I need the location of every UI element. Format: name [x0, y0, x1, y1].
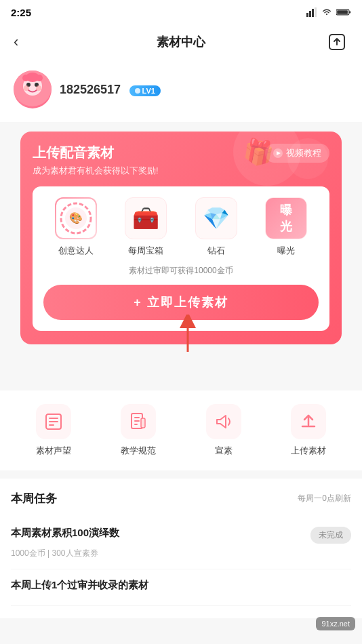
nav-item-upload[interactable]: 上传素材	[266, 404, 352, 457]
battery-icon	[336, 8, 351, 16]
weekly-header: 本周任务 每周一0点刷新	[11, 491, 351, 506]
nav-label-2: 宣素	[215, 445, 233, 457]
svg-rect-0	[306, 13, 308, 17]
upload-nav-icon	[291, 404, 326, 439]
svg-rect-31	[134, 424, 138, 425]
nav-label-1: 教学规范	[121, 445, 156, 457]
teaching-rules-icon	[121, 404, 156, 439]
coins-text: 素材过审即可获得10000金币	[43, 265, 319, 277]
svg-rect-26	[49, 421, 58, 422]
card-title: 上传配音素材	[33, 144, 159, 162]
svg-point-15	[22, 75, 29, 81]
nav-label-3: 上传素材	[291, 445, 326, 457]
rewards-grid: 🎨 创意达人 🧰 每周宝箱 💎 钻石	[43, 197, 319, 257]
reward-item-2: 💎 钻石	[184, 197, 249, 257]
svg-point-12	[24, 85, 29, 91]
status-icons	[306, 7, 351, 17]
card-title-row: 上传配音素材 成为素材君有机会获得以下奖励! 视频教程	[33, 144, 329, 177]
task-item-1: 本周上传1个过审并收录的素材	[11, 569, 351, 606]
svg-point-13	[36, 85, 41, 91]
upload-card: 🎁 上传配音素材 成为素材君有机会获得以下奖励! 视频教程	[20, 132, 342, 344]
task-header-1: 本周上传1个过审并收录的素材	[11, 579, 351, 592]
user-id: 182526517	[60, 83, 121, 96]
svg-text:🎨: 🎨	[69, 212, 83, 224]
material-prestige-icon	[36, 404, 71, 439]
task-status-0: 未完成	[310, 527, 351, 544]
task-rewards-0: 1000金币 | 300人宣素券	[11, 548, 351, 559]
reward-label-2: 钻石	[207, 245, 225, 257]
svg-rect-3	[315, 7, 317, 17]
svg-rect-1	[309, 11, 311, 17]
red-arrow-icon	[174, 315, 201, 352]
svg-rect-25	[49, 418, 58, 419]
nav-item-material-prestige[interactable]: 素材声望	[11, 404, 96, 457]
reward-item-3: 曝光 曝光	[254, 197, 319, 257]
promotion-icon	[206, 404, 241, 439]
nav-label-0: 素材声望	[36, 445, 71, 457]
header-upload-button[interactable]	[325, 31, 348, 54]
svg-rect-32	[141, 418, 145, 428]
task-item-0: 本周素材累积100演绎数 未完成 1000金币 | 300人宣素券	[11, 517, 351, 569]
gift-decoration: 🎁	[241, 136, 277, 169]
svg-rect-29	[134, 417, 140, 418]
rewards-section: 🎨 创意达人 🧰 每周宝箱 💎 钻石	[33, 186, 329, 331]
play-icon	[273, 148, 283, 158]
level-badge: LV1	[129, 85, 161, 96]
page-title: 素材中心	[157, 34, 205, 50]
reward-label-1: 每周宝箱	[128, 245, 163, 257]
reward-label-0: 创意达人	[58, 245, 94, 257]
upload-icon	[327, 33, 346, 52]
watermark: 91xz.net	[316, 617, 355, 630]
svg-point-17	[273, 148, 283, 158]
reward-label-3: 曝光	[277, 245, 295, 257]
task-header-0: 本周素材累积100演绎数 未完成	[11, 527, 351, 544]
status-bar: 2:25	[0, 0, 362, 24]
user-section: 182526517 LV1	[0, 60, 362, 122]
nav-item-promotion[interactable]: 宣素	[181, 404, 266, 457]
nav-icons-row: 素材声望 教学规范 宣素	[0, 390, 362, 470]
svg-rect-27	[49, 424, 54, 426]
tutorial-label: 视频教程	[286, 147, 321, 159]
reward-icon-2: 💎	[195, 197, 237, 239]
level-label: LV1	[142, 87, 155, 95]
nav-item-teaching-rules[interactable]: 教学规范	[96, 404, 182, 457]
weekly-title: 本周任务	[11, 491, 57, 506]
sim-icon	[306, 7, 317, 17]
svg-point-16	[36, 75, 43, 81]
avatar-emoji	[14, 71, 52, 108]
weekly-tasks-section: 本周任务 每周一0点刷新 本周素材累积100演绎数 未完成 1000金币 | 3…	[0, 479, 362, 618]
user-info: 182526517 LV1	[60, 83, 161, 97]
avatar	[14, 71, 52, 108]
task-name-1: 本周上传1个过审并收录的素材	[11, 579, 148, 592]
svg-rect-6	[349, 11, 350, 13]
reward-icon-1: 🧰	[125, 197, 167, 239]
card-subtitle: 成为素材君有机会获得以下奖励!	[33, 165, 159, 177]
reward-icon-3: 曝光	[265, 197, 307, 239]
svg-rect-2	[312, 9, 314, 17]
back-button[interactable]: ‹	[14, 33, 18, 51]
svg-marker-18	[277, 151, 281, 155]
reward-item-0: 🎨 创意达人	[43, 197, 108, 257]
status-time: 2:25	[11, 7, 31, 18]
svg-rect-30	[134, 420, 140, 422]
card-text: 上传配音素材 成为素材君有机会获得以下奖励!	[33, 144, 159, 177]
arrow-container	[0, 348, 362, 382]
svg-rect-5	[337, 10, 348, 14]
weekly-refresh: 每周一0点刷新	[298, 493, 351, 504]
level-dot	[135, 88, 140, 94]
reward-icon-0: 🎨	[55, 197, 97, 239]
wifi-icon	[321, 8, 332, 16]
page-header: ‹ 素材中心	[0, 24, 362, 60]
watermark-text: 91xz.net	[321, 620, 350, 628]
task-name-0: 本周素材累积100演绎数	[11, 527, 119, 540]
reward-item-1: 🧰 每周宝箱	[114, 197, 179, 257]
